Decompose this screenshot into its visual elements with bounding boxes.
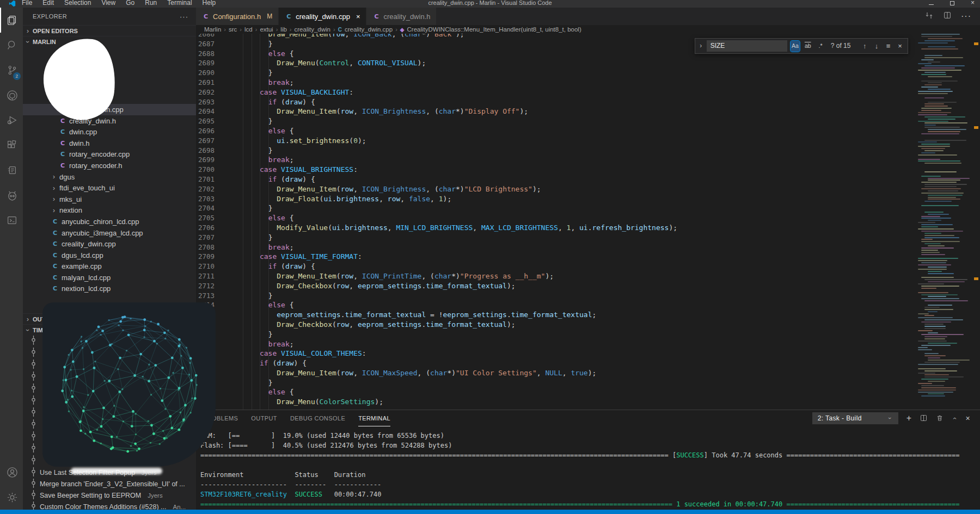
status-bar[interactable]: [0, 510, 980, 514]
close-icon[interactable]: ×: [971, 0, 975, 7]
timeline-item[interactable]: Custom Color Themes Additions (#528) ...…: [23, 501, 196, 510]
find-next-icon[interactable]: ↓: [872, 41, 881, 51]
code-editor[interactable]: 2686 Draw_Menu_Item(row, ICON_Back, (cha…: [196, 34, 980, 410]
tree-item-mks_ui[interactable]: ›mks_ui: [23, 194, 196, 205]
menu-selection[interactable]: Selection: [64, 0, 91, 7]
maximize-panel-icon[interactable]: ›: [951, 416, 958, 421]
menu-run[interactable]: Run: [145, 0, 157, 7]
tree-item-example.cpp[interactable]: Cexample.cpp: [23, 261, 196, 273]
code-line: 2693 if (draw) {: [196, 97, 915, 107]
git-commit-icon: [31, 336, 36, 346]
find-previous-icon[interactable]: ↑: [860, 41, 869, 51]
breadcrumb[interactable]: Marlin›src›lcd›extui›lib›creality_dwin›C…: [196, 25, 980, 34]
github-icon[interactable]: [0, 83, 23, 108]
source-control-icon[interactable]: 2: [0, 58, 23, 83]
close-panel-icon[interactable]: ×: [965, 414, 970, 423]
tab-creality_dwin.cpp[interactable]: Ccreality_dwin.cpp×: [279, 8, 366, 25]
new-terminal-icon[interactable]: +: [906, 413, 912, 423]
settings-gear-icon[interactable]: [0, 485, 23, 510]
open-changes-icon[interactable]: [924, 11, 934, 22]
split-editor-icon[interactable]: [943, 11, 952, 22]
extensions-icon[interactable]: [0, 133, 23, 158]
find-close-icon[interactable]: ×: [896, 41, 904, 51]
cpp-file-icon: C: [51, 218, 59, 225]
tree-item-dwin.cpp[interactable]: Cdwin.cpp: [23, 126, 196, 138]
panel-tab-debug-console[interactable]: DEBUG CONSOLE: [290, 410, 345, 426]
code-line: 2694 Draw_Menu_Item(row, ICON_Brightness…: [196, 107, 915, 116]
terminal-line: Flash: [==== ] 40.5% (used 212476 bytes …: [200, 441, 980, 450]
maximize-icon[interactable]: [950, 1, 954, 5]
tab-close-icon[interactable]: ×: [356, 13, 360, 21]
terminal-line: [200, 460, 980, 470]
find-toggle-replace-icon[interactable]: ›: [699, 41, 703, 51]
tree-item-rotary_encoder.cpp[interactable]: Crotary_encoder.cpp: [23, 149, 196, 160]
match-case-button[interactable]: Aa: [791, 41, 800, 52]
breadcrumb-item[interactable]: creality_dwin.cpp: [345, 26, 393, 33]
run-debug-icon[interactable]: [0, 108, 23, 133]
search-icon[interactable]: [0, 33, 23, 58]
minimap[interactable]: [916, 34, 972, 410]
tree-item-nextion[interactable]: ›nextion: [23, 205, 196, 216]
editor-more-actions-icon[interactable]: ···: [961, 11, 971, 21]
commit-author: An...: [173, 504, 186, 510]
minimize-icon[interactable]: [929, 4, 934, 5]
tree-item-nextion_lcd.cpp[interactable]: Cnextion_lcd.cpp: [23, 283, 196, 295]
menu-help[interactable]: Help: [203, 0, 216, 7]
open-editors-section[interactable]: ›OPEN EDITORS: [23, 25, 196, 36]
kill-terminal-icon[interactable]: [936, 414, 944, 423]
platformio-icon[interactable]: [0, 183, 23, 208]
tree-item-ftdi_eve_touch_ui[interactable]: ›ftdi_eve_touch_ui: [23, 182, 196, 194]
tab-creality_dwin.h[interactable]: Ccreality_dwin.h: [366, 8, 437, 25]
search-match-marker: [974, 126, 978, 129]
window-title: creality_dwin.cpp - Marlin - Visual Stud…: [428, 0, 552, 6]
split-terminal-icon[interactable]: [920, 414, 928, 423]
menu-terminal[interactable]: Terminal: [167, 0, 192, 7]
code-line: 2692 case VISUAL_BACKLIGHT:: [196, 88, 915, 97]
tree-item-rotary_encoder.h[interactable]: Crotary_encoder.h: [23, 160, 196, 171]
timeline-item[interactable]: Merge branch 'Ender_3_V2_Extensible_UI' …: [23, 478, 196, 490]
breadcrumb-item[interactable]: creality_dwin: [295, 26, 330, 33]
code-line: 2700 case VISUAL_BRIGHTNESS:: [196, 165, 915, 175]
explorer-more-actions-icon[interactable]: ···: [180, 13, 188, 21]
terminal-selector-dropdown[interactable]: 2: Task - Build›: [812, 412, 898, 424]
h-file-icon: C: [372, 13, 380, 20]
project-section-marlin[interactable]: ›MARLIN: [23, 36, 196, 47]
tree-item-creality_dwin.h[interactable]: Ccreality_dwin.h: [23, 115, 196, 127]
terminal-panel-icon[interactable]: [0, 208, 23, 233]
cpp-file-icon: C: [51, 230, 59, 237]
menu-file[interactable]: File: [22, 0, 32, 7]
panel-tab-output[interactable]: OUTPUT: [251, 410, 277, 426]
modified-badge: M: [267, 13, 272, 20]
breadcrumb-item[interactable]: lcd: [244, 26, 253, 33]
timeline-item[interactable]: Save Beeper Setting to EEPROMJyers: [23, 490, 196, 501]
activity-bar: 2: [0, 8, 23, 510]
code-line: 2719 case VISUAL_COLOR_THEMES:: [196, 349, 915, 358]
menu-view[interactable]: View: [101, 0, 115, 7]
regex-button[interactable]: .*: [816, 41, 825, 52]
tree-item-malyan_lcd.cpp[interactable]: Cmalyan_lcd.cpp: [23, 272, 196, 283]
tree-item-anycubic_i3mega_lcd.cpp[interactable]: Canycubic_i3mega_lcd.cpp: [23, 227, 196, 239]
references-icon[interactable]: [0, 158, 23, 183]
breadcrumb-item[interactable]: src: [229, 26, 237, 33]
tree-item-creality_dwin.cpp[interactable]: Ccreality_dwin.cpp: [23, 238, 196, 250]
menu-go[interactable]: Go: [126, 0, 134, 7]
find-input[interactable]: SIZE: [707, 40, 787, 52]
tree-item-dgus_lcd.cpp[interactable]: Cdgus_lcd.cpp: [23, 250, 196, 261]
find-in-selection-icon[interactable]: ≡: [884, 41, 893, 51]
breadcrumb-item[interactable]: Marlin: [204, 26, 221, 33]
account-icon[interactable]: [0, 460, 23, 485]
tree-item-anycubic_chiron_lcd.cpp[interactable]: Canycubic_chiron_lcd.cpp: [23, 216, 196, 227]
tab-Configuration.h[interactable]: CConfiguration.hM: [196, 8, 279, 25]
whole-word-button[interactable]: ab: [803, 41, 812, 52]
terminal-output[interactable]: RAM: [== ] 19.0% (used 12440 bytes from …: [196, 426, 980, 510]
breadcrumb-item[interactable]: lib: [280, 26, 287, 33]
tree-item-dgus[interactable]: ›dgus: [23, 171, 196, 183]
tree-item-creality_dwin.cpp[interactable]: Ccreality_dwin.cpp: [23, 104, 196, 115]
overview-scrollbar[interactable]: [972, 34, 980, 410]
explorer-icon[interactable]: [0, 8, 23, 33]
menu-edit[interactable]: Edit: [42, 0, 54, 7]
breadcrumb-item[interactable]: CrealityDWINClass::Menu_Item_Handler(uin…: [407, 26, 581, 33]
tree-item-dwin.h[interactable]: Cdwin.h: [23, 138, 196, 149]
panel-tab-terminal[interactable]: TERMINAL: [358, 410, 390, 426]
breadcrumb-item[interactable]: extui: [260, 26, 273, 33]
